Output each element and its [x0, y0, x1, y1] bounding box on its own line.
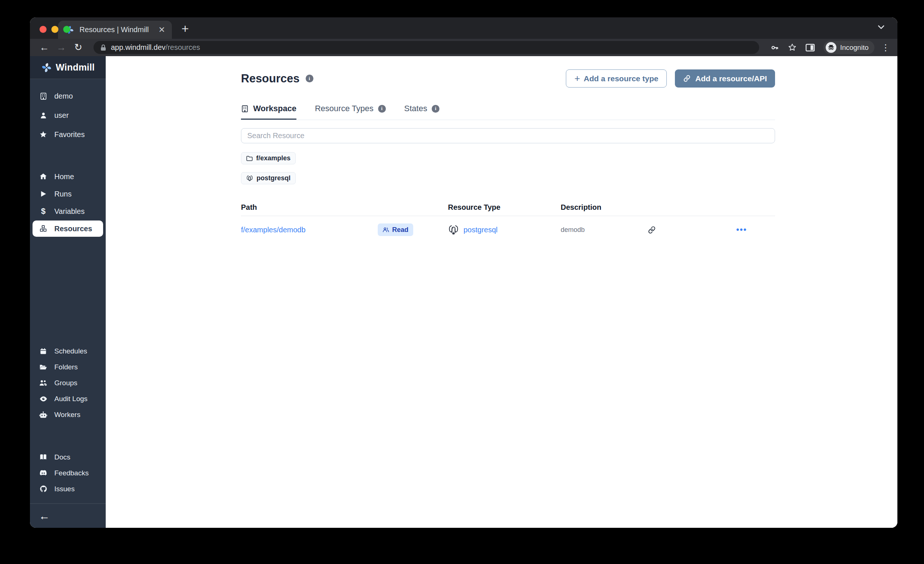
sidebar: Windmill demo user [30, 56, 106, 528]
url-host: app.windmill.dev [111, 43, 166, 51]
folder-open-icon [39, 364, 48, 371]
filter-chip-folder[interactable]: f/examples [241, 152, 296, 165]
tab-search-chevron-icon[interactable] [878, 25, 885, 30]
tab-states[interactable]: States i [404, 104, 440, 120]
user-icon [39, 112, 48, 119]
sidebar-item-variables[interactable]: $ Variables [30, 203, 106, 219]
reload-icon[interactable]: ↻ [71, 42, 86, 53]
filter-chip-resource-type[interactable]: postgresql [241, 172, 296, 184]
permission-badge: Read [378, 223, 413, 236]
sidebar-item-issues[interactable]: Issues [30, 481, 106, 497]
sidebar-item-resources[interactable]: Resources [33, 220, 103, 237]
resource-description: demodb [561, 226, 648, 234]
sidebar-item-label: demo [54, 92, 73, 100]
sidebar-item-runs[interactable]: Runs [30, 186, 106, 202]
password-key-icon[interactable] [767, 43, 782, 52]
plus-icon: + [574, 73, 580, 84]
users-icon [382, 227, 389, 233]
building-icon [39, 92, 48, 100]
sidebar-item-label: Favorites [54, 130, 85, 139]
sidebar-item-user[interactable]: user [30, 107, 106, 123]
sidebar-item-label: Home [54, 172, 74, 181]
resource-type-link[interactable]: postgresql [464, 226, 498, 234]
users-gear-icon [39, 379, 48, 387]
sidebar-item-label: Variables [54, 207, 85, 216]
search-input[interactable] [241, 128, 775, 143]
bookmark-star-icon[interactable] [785, 43, 800, 52]
sidebar-item-feedbacks[interactable]: Feedbacks [30, 465, 106, 481]
browser-window: Resources | Windmill ✕ + ← → ↻ app.windm… [30, 17, 897, 528]
home-icon [39, 172, 48, 181]
sidebar-item-label: Folders [54, 363, 78, 371]
side-panel-icon[interactable] [803, 43, 818, 52]
tab-close-icon[interactable]: ✕ [159, 25, 165, 35]
sidebar-item-schedules[interactable]: Schedules [30, 343, 106, 359]
zoom-window-button[interactable] [63, 26, 70, 33]
browser-menu-icon[interactable]: ⋮ [881, 46, 890, 49]
robot-icon [39, 411, 48, 419]
incognito-label: Incognito [840, 43, 868, 52]
sidebar-item-workers[interactable]: Workers [30, 407, 106, 423]
sidebar-item-home[interactable]: Home [30, 168, 106, 185]
add-resource-type-button[interactable]: + Add a resource type [566, 69, 667, 88]
cubes-icon [39, 224, 48, 233]
column-header-path: Path [241, 203, 378, 212]
sidebar-item-label: Schedules [54, 347, 87, 355]
browser-tab[interactable]: Resources | Windmill ✕ [58, 21, 172, 39]
star-icon [39, 130, 48, 139]
traffic-lights [39, 26, 70, 33]
tab-workspace[interactable]: Workspace [241, 104, 296, 120]
table-row: f/examples/demodb Read [241, 216, 775, 244]
new-tab-button[interactable]: + [182, 21, 189, 36]
tab-resource-types[interactable]: Resource Types i [315, 104, 386, 120]
sidebar-item-folders[interactable]: Folders [30, 359, 106, 375]
collapse-sidebar-button[interactable]: ← [39, 510, 50, 522]
sidebar-item-audit-logs[interactable]: Audit Logs [30, 391, 106, 407]
sidebar-item-label: Groups [54, 379, 77, 387]
main-panel: Resources i + Add a resource type Add [106, 56, 897, 528]
tab-bar: Workspace Resource Types i States i [241, 104, 775, 120]
link-icon [683, 75, 691, 82]
row-more-menu[interactable]: ••• [736, 225, 775, 235]
sidebar-item-label: Feedbacks [54, 469, 89, 477]
postgresql-elephant-icon [246, 175, 253, 182]
close-window-button[interactable] [39, 26, 46, 33]
tab-title: Resources | Windmill [80, 25, 153, 34]
incognito-badge: Incognito [824, 40, 874, 54]
resource-path-link[interactable]: f/examples/demodb [241, 226, 306, 234]
eye-icon [39, 396, 48, 402]
play-icon [39, 190, 48, 197]
add-resource-api-button[interactable]: Add a resource/API [675, 69, 775, 88]
sidebar-item-label: user [54, 111, 69, 120]
column-header-resource-type: Resource Type [448, 203, 561, 212]
incognito-icon [826, 42, 836, 53]
sidebar-item-groups[interactable]: Groups [30, 375, 106, 391]
url-path: /resources [166, 43, 200, 51]
copy-link-icon[interactable] [648, 226, 736, 234]
dollar-icon: $ [39, 206, 48, 216]
sidebar-item-label: Docs [54, 453, 70, 461]
logo-text: Windmill [56, 62, 95, 73]
info-icon[interactable]: i [378, 105, 386, 113]
address-bar[interactable]: app.windmill.dev/resources [93, 41, 759, 54]
sidebar-item-label: Runs [54, 190, 72, 198]
sidebar-item-favorites[interactable]: Favorites [30, 126, 106, 142]
back-icon[interactable]: ← [38, 42, 51, 53]
column-header-description: Description [561, 203, 648, 212]
forward-icon[interactable]: → [54, 42, 68, 53]
tab-strip: Resources | Windmill ✕ + [30, 17, 897, 39]
info-icon[interactable]: i [432, 105, 440, 113]
windmill-pinwheel-icon [41, 62, 52, 73]
building-icon [241, 105, 249, 113]
postgresql-elephant-icon [448, 224, 459, 235]
book-icon [39, 453, 48, 461]
browser-toolbar: ← → ↻ app.windmill.dev/resources Incogni… [30, 39, 897, 56]
sidebar-item-label: Resources [54, 224, 92, 233]
sidebar-item-demo[interactable]: demo [30, 88, 106, 104]
windmill-logo[interactable]: Windmill [30, 56, 106, 79]
sidebar-item-label: Audit Logs [54, 395, 88, 403]
sidebar-item-docs[interactable]: Docs [30, 449, 106, 465]
folder-icon [246, 156, 253, 162]
minimize-window-button[interactable] [51, 26, 58, 33]
info-icon[interactable]: i [306, 75, 314, 82]
